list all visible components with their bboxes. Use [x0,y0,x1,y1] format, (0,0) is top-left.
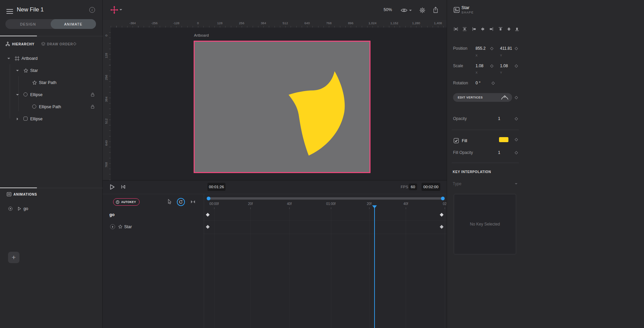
hamburger-menu-icon[interactable] [6,8,13,15]
timeline-track-label[interactable]: Star [124,224,132,229]
info-icon[interactable]: i [89,7,95,13]
fps-field[interactable]: 60 [409,183,417,190]
add-animation-button[interactable]: + [8,252,19,263]
ellipse-icon [23,92,28,96]
tool-dropdown-icon[interactable] [119,9,122,10]
playhead-handle[interactable] [372,205,377,208]
fill-color-swatch[interactable] [499,137,508,142]
tree-row-artboard[interactable]: Artboard [0,52,103,65]
edit-vertices-keyframe-icon[interactable] [515,96,518,99]
export-share-icon[interactable] [433,7,438,13]
current-time-field[interactable]: 00:01:26 [207,183,226,191]
axis-x-label: X [476,71,478,74]
skip-to-start-button[interactable] [121,184,126,189]
scale-y-keyframe-icon[interactable] [515,65,518,68]
distribute-horizontal-icon[interactable] [454,27,458,31]
edit-vertices-button[interactable]: EDIT VERTICES [453,93,512,102]
fill-opacity-keyframe-icon[interactable] [515,151,518,155]
duration-field[interactable]: 00:02:00 [422,183,440,191]
lock-icon[interactable] [91,105,95,109]
position-y-field[interactable]: 411.81 [500,46,512,51]
tree-row-ellipse-2[interactable]: Ellipse [0,113,103,125]
star-path-icon [32,80,37,85]
tab-animate[interactable]: ANIMATE [51,19,96,29]
keyframe-diamond[interactable] [206,225,209,229]
range-start-handle[interactable] [207,197,210,200]
align-center-horizontal-icon[interactable] [481,27,485,31]
opacity-keyframe-icon[interactable] [515,117,518,121]
play-animation-icon[interactable] [18,207,21,211]
playhead[interactable] [374,206,375,328]
scale-x-field[interactable]: 1.08 [476,64,483,68]
opacity-field[interactable]: 1 [498,116,500,121]
canvas-area[interactable]: 50% -384 -256 -128 0 128 256 384 [103,0,447,180]
active-section-marker [0,188,37,188]
position-x-keyframe-icon[interactable] [490,47,494,50]
keyframe-diamond[interactable] [440,213,443,216]
ruler-label: 640 [104,138,108,148]
fill-keyframe-icon[interactable] [515,138,518,141]
rotation-label: Rotation [453,81,468,85]
chevron-right-icon[interactable] [17,118,18,120]
settings-gear-icon[interactable] [419,7,426,13]
interpolation-type-dropdown-icon[interactable] [515,183,517,184]
canvas-viewport[interactable]: Artboard [111,28,447,180]
scale-y-field[interactable]: 1.08 [500,64,508,68]
left-sidebar: New File 1 i DESIGN ANIMATE HIERARCHY DR… [0,0,103,328]
align-left-icon[interactable] [472,27,477,31]
visibility-dropdown-icon[interactable] [409,10,412,11]
align-right-icon[interactable] [489,27,493,31]
snap-keys-icon[interactable] [191,200,195,204]
autokey-toggle[interactable]: AUTOKEY [113,198,140,206]
timeline-track-label[interactable]: go [109,212,114,217]
visibility-eye-icon[interactable] [401,8,407,12]
align-top-icon[interactable] [498,27,503,31]
keyframe-diamond[interactable] [440,225,443,229]
position-y-keyframe-icon[interactable] [515,47,518,50]
tab-hierarchy[interactable]: HIERARCHY [12,42,35,46]
fill-checkbox[interactable] [454,138,459,143]
artboard-title[interactable]: Artboard [194,33,209,37]
keyframe-diamond[interactable] [206,213,209,216]
distribute-vertical-icon[interactable] [462,27,467,31]
zoom-level[interactable]: 50% [384,7,392,12]
transform-tool-icon[interactable] [110,6,118,14]
rotation-field[interactable]: 0 ° [476,81,481,85]
draw-order-key-icon [73,42,77,46]
play-button[interactable] [110,184,115,190]
star-shape[interactable] [285,69,349,159]
fill-opacity-field[interactable]: 1 [498,150,500,155]
select-cursor-icon[interactable] [168,199,172,204]
vertical-ruler: 0 128 256 384 512 640 768 [103,28,111,180]
tree-row-star-path[interactable]: Star Path [0,77,103,89]
animation-item-go[interactable]: go [0,203,103,214]
ruler-label: 0 [197,21,199,25]
scale-x-keyframe-icon[interactable] [490,65,494,68]
tab-draw-order[interactable]: DRAW ORDER [47,42,73,46]
ruler-label: 384 [104,94,108,105]
tree-row-ellipse-path[interactable]: Ellipse Path [0,101,103,113]
tree-row-ellipse[interactable]: Ellipse [0,89,103,101]
frame-label: 01:00f [326,202,336,206]
chevron-down-icon[interactable] [7,58,10,59]
loop-playback-toggle[interactable] [177,198,185,206]
tree-row-star[interactable]: Star [0,65,103,77]
frame-ruler[interactable]: 00:00f 20f 40f 01:00f 20f 40f 02 [205,202,447,209]
key-interpolation-header: KEY INTERPOLATION [453,170,491,174]
align-bottom-icon[interactable] [515,27,519,31]
axis-x-label: X [476,54,478,57]
ruler-label: 128 [104,51,108,61]
lock-icon[interactable] [91,92,95,97]
chevron-down-icon[interactable] [16,70,19,71]
selection-title: Star [461,5,469,10]
chevron-down-icon[interactable] [16,94,19,95]
align-middle-vertical-icon[interactable] [507,27,511,31]
position-x-field[interactable]: 855.2 [476,46,486,51]
record-icon[interactable] [8,207,12,211]
ruler-label: 1,152 [390,21,398,25]
track-expand-chevron[interactable] [110,224,115,229]
rotation-keyframe-icon[interactable] [492,82,495,85]
range-end-handle[interactable] [441,197,445,200]
tab-design[interactable]: DESIGN [5,19,51,29]
timeline-range-slider[interactable] [208,197,443,200]
